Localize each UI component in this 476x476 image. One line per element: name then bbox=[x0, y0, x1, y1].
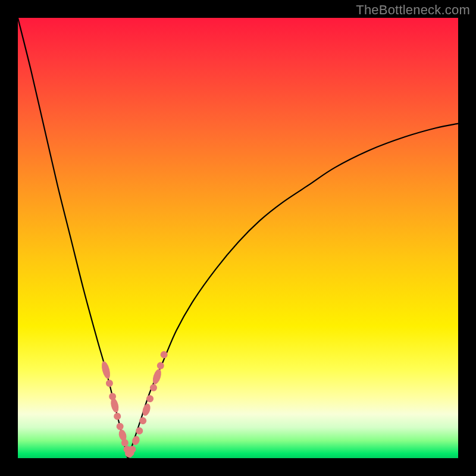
bead bbox=[100, 361, 111, 380]
bead bbox=[105, 379, 114, 388]
bead bbox=[156, 361, 165, 370]
bead bbox=[151, 368, 163, 386]
curve-layer bbox=[18, 18, 458, 458]
watermark-text: TheBottleneck.com bbox=[356, 2, 470, 18]
bead bbox=[115, 422, 124, 431]
chart-frame: TheBottleneck.com bbox=[0, 0, 476, 476]
plot-area bbox=[18, 18, 458, 458]
bead-group bbox=[100, 350, 168, 459]
bead bbox=[113, 412, 122, 421]
bottleneck-curve bbox=[18, 18, 458, 458]
